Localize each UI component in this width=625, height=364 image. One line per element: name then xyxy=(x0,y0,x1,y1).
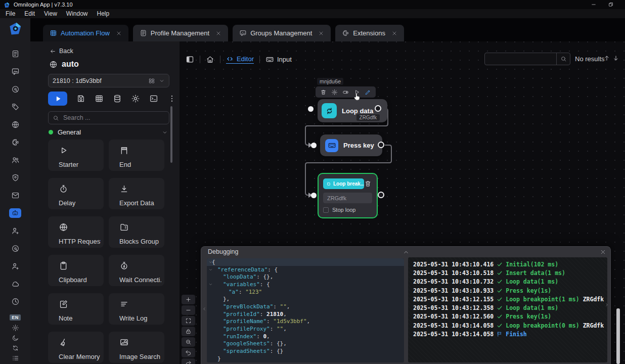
plus-button[interactable] xyxy=(182,295,195,304)
port-in[interactable] xyxy=(308,106,314,112)
rail-item-extensions[interactable] xyxy=(0,133,30,151)
tab-editor[interactable]: Editor xyxy=(226,55,254,64)
dots-v-button[interactable] xyxy=(167,94,176,103)
block-export-data[interactable]: Export Data xyxy=(109,178,164,209)
rail-item-theme[interactable] xyxy=(0,333,30,343)
port-out[interactable] xyxy=(378,192,384,198)
menu-file[interactable]: File xyxy=(1,10,20,17)
debug-log[interactable]: 2025-05-31 10:43:10.416Initial(102 ms)20… xyxy=(408,257,607,362)
collapse-panel-icon[interactable] xyxy=(403,249,410,256)
rail-item-tags[interactable] xyxy=(0,98,30,116)
profile-select[interactable]: 21810 : 1d5v3bbf xyxy=(48,74,169,87)
tab-profile-management[interactable]: Profile Management xyxy=(133,25,228,41)
block-clear-memory[interactable]: Clear Memory xyxy=(48,332,104,363)
home-icon[interactable] xyxy=(206,55,214,64)
rail-item-invite[interactable] xyxy=(0,222,30,240)
pencil-icon[interactable] xyxy=(365,89,371,96)
block-note[interactable]: Note xyxy=(48,293,104,325)
database-button[interactable] xyxy=(113,94,122,103)
rail-item-api[interactable] xyxy=(0,240,30,257)
gear-icon[interactable] xyxy=(331,89,338,96)
chevron-down-icon[interactable] xyxy=(162,129,168,135)
loop-break-input[interactable] xyxy=(323,193,372,203)
debug-json-viewer[interactable]: {"referenceData": {"loopData": {},"varia… xyxy=(207,258,404,362)
stop-loop-checkbox[interactable] xyxy=(323,207,329,213)
rail-item-notes[interactable] xyxy=(0,45,30,63)
rail-item-history[interactable] xyxy=(0,293,30,310)
tab-automation-flow[interactable]: Automation Flow xyxy=(43,25,128,41)
rail-item-team[interactable] xyxy=(0,151,30,169)
caret-icon[interactable] xyxy=(208,282,213,287)
port-out[interactable] xyxy=(375,105,381,112)
caret-icon[interactable] xyxy=(208,267,213,272)
port-in[interactable] xyxy=(311,193,317,198)
rail-item-refresh[interactable] xyxy=(0,343,30,353)
blocks-search[interactable] xyxy=(48,111,169,124)
redo-button[interactable] xyxy=(182,358,195,364)
find-input[interactable] xyxy=(485,53,556,65)
close-icon[interactable] xyxy=(391,30,397,36)
trash-icon[interactable] xyxy=(320,89,327,96)
expand-right-icon[interactable] xyxy=(604,302,609,307)
table-button[interactable] xyxy=(95,94,104,103)
scrollbar[interactable] xyxy=(616,308,620,364)
save-button[interactable] xyxy=(76,94,85,103)
menu-view[interactable]: View xyxy=(39,10,62,17)
close-icon[interactable] xyxy=(215,30,221,36)
find-prev-button[interactable] xyxy=(603,55,610,62)
rail-item-cloud-sync[interactable] xyxy=(0,275,30,293)
tab-groups-management[interactable]: Groups Management xyxy=(233,25,331,41)
port-out[interactable] xyxy=(378,142,384,148)
block-end[interactable]: End xyxy=(109,140,164,171)
block-clipboard[interactable]: Clipboard xyxy=(48,255,104,286)
caret-icon[interactable] xyxy=(208,260,213,264)
gear-button[interactable] xyxy=(131,94,140,103)
rail-item-language[interactable]: EN xyxy=(0,312,30,323)
toggle-icon[interactable] xyxy=(342,89,349,96)
close-icon[interactable] xyxy=(116,30,122,36)
node-press-key[interactable]: Press key xyxy=(320,134,382,156)
rail-item-inbox[interactable] xyxy=(0,187,30,204)
block-delay[interactable]: Delay xyxy=(48,178,104,209)
rail-item-automation[interactable] xyxy=(0,204,30,222)
fit-button[interactable] xyxy=(182,316,195,326)
zoom-minus-button[interactable] xyxy=(182,337,195,347)
menu-edit[interactable]: Edit xyxy=(20,10,39,17)
collapse-left-icon[interactable] xyxy=(202,306,207,311)
minimize-button[interactable] xyxy=(591,2,597,8)
canvas-find[interactable] xyxy=(484,53,570,65)
block-image-search[interactable]: Image Search xyxy=(109,332,164,363)
flow-canvas[interactable]: Editor Input No results mnjdu6e xyxy=(180,41,625,364)
block-write-log[interactable]: Write Log xyxy=(109,293,164,325)
block-blocks-group[interactable]: Blocks Group xyxy=(109,216,164,248)
rail-item-changelog[interactable] xyxy=(0,353,30,363)
rail-item-settings[interactable] xyxy=(0,323,30,333)
rail-item-messages[interactable] xyxy=(0,63,30,80)
block-starter[interactable]: Starter xyxy=(48,140,104,171)
search-input[interactable] xyxy=(62,114,165,122)
rail-item-browser-profiles[interactable] xyxy=(0,116,30,133)
port-in[interactable] xyxy=(311,143,317,148)
block-wait-connecti[interactable]: Wait Connecti... xyxy=(109,255,164,286)
tab-input[interactable]: Input xyxy=(265,55,292,64)
sidebar-scrollbar[interactable] xyxy=(170,106,172,163)
loop-break-chip[interactable]: Loop break... xyxy=(323,178,364,189)
restore-button[interactable] xyxy=(608,2,614,8)
close-icon[interactable] xyxy=(600,249,606,255)
terminal-button[interactable] xyxy=(149,94,158,103)
trash-icon[interactable] xyxy=(364,180,372,188)
find-button[interactable] xyxy=(556,53,570,65)
menu-help[interactable]: Help xyxy=(93,10,114,17)
lock-button[interactable] xyxy=(182,327,195,336)
node-loop-break-selected[interactable]: Loop break... Stop loop xyxy=(318,173,378,218)
back-button[interactable]: Back xyxy=(50,48,73,55)
tab-extensions[interactable]: Extensions xyxy=(335,25,404,41)
block-http-request[interactable]: HTTP Request xyxy=(48,216,104,248)
close-icon[interactable] xyxy=(318,30,324,36)
rail-item-affiliate[interactable] xyxy=(0,257,30,275)
menu-window[interactable]: Window xyxy=(62,10,93,17)
run-flow-button[interactable] xyxy=(48,92,67,106)
find-next-button[interactable] xyxy=(612,55,619,62)
category-general[interactable]: General xyxy=(49,128,168,136)
undo-button[interactable] xyxy=(182,348,195,357)
